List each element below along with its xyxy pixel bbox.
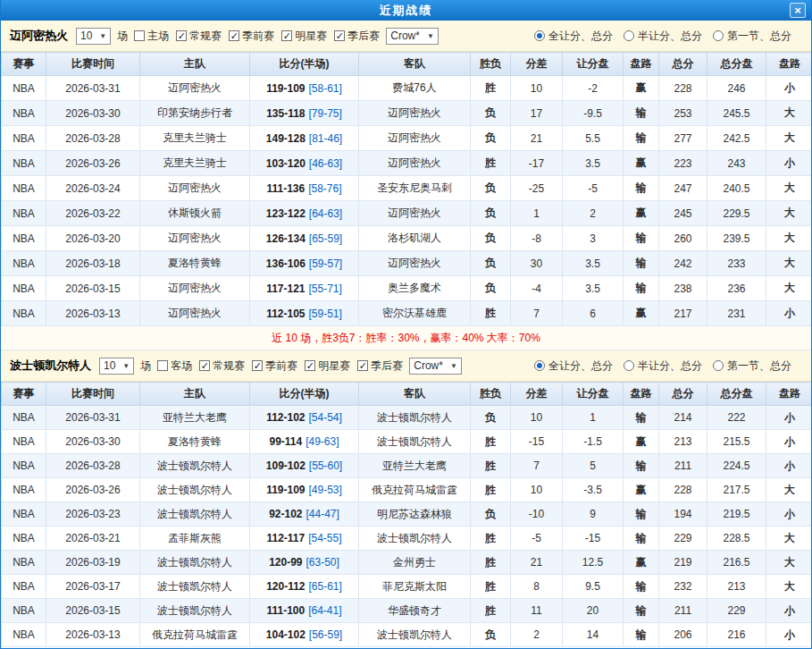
date-cell: 2026-03-26 <box>46 151 140 176</box>
filter-checkbox[interactable]: ✓季前赛 <box>229 29 274 44</box>
away-team-cell: 迈阿密热火 <box>359 151 471 176</box>
date-cell: 2026-03-18 <box>46 251 140 276</box>
date-cell: 2026-03-13 <box>46 301 140 326</box>
handicap-line-cell: 3 <box>563 226 624 251</box>
league-cell: NBA <box>2 301 46 326</box>
filter-checkbox[interactable]: ✓季后赛 <box>357 358 403 374</box>
radio-label: 第一节、总分 <box>727 358 791 374</box>
date-cell: 2026-03-22 <box>46 201 140 226</box>
checkbox-label: 主场 <box>147 29 169 44</box>
filter-checkbox[interactable]: ✓明星赛 <box>305 358 350 374</box>
game-row: NBA2026-03-30夏洛特黄蜂99-114[49-63]波士顿凯尔特人胜-… <box>2 430 812 454</box>
home-team-cell: 迈阿密热火 <box>140 301 250 326</box>
checkbox-label: 常规赛 <box>189 29 222 44</box>
half-time-score: [54-55] <box>308 532 341 544</box>
home-team-cell: 波士顿凯尔特人 <box>140 599 250 623</box>
odds-type-radio[interactable]: 第一节、总分 <box>713 358 791 374</box>
score-cell: 92-102[44-47] <box>250 502 359 527</box>
total-points-cell: 217 <box>659 301 707 326</box>
checkbox-label: 客场 <box>171 358 192 374</box>
point-diff-cell: -15 <box>511 430 563 454</box>
league-cell: NBA <box>2 76 46 101</box>
total-points-cell: 228 <box>659 76 707 101</box>
final-score: 126-134 <box>266 232 306 245</box>
game-row: NBA2026-03-23波士顿凯尔特人92-102[44-47]明尼苏达森林狼… <box>2 502 812 527</box>
point-diff-cell: 10 <box>511 76 563 101</box>
league-cell: NBA <box>2 176 46 201</box>
over-under-cell: 小 <box>766 301 812 326</box>
point-diff-cell: 7 <box>511 301 563 326</box>
league-cell: NBA <box>2 406 46 430</box>
date-cell: 2026-03-17 <box>46 575 140 599</box>
win-loss-cell: 负 <box>471 623 511 647</box>
total-points-cell: 247 <box>659 176 707 201</box>
total-line-cell: 240.5 <box>707 176 766 201</box>
date-cell: 2026-03-15 <box>46 599 140 623</box>
win-loss-cell: 胜 <box>471 599 511 623</box>
odds-type-radio[interactable]: 第一节、总分 <box>713 29 791 44</box>
games-count-select[interactable]: 10 ▼ <box>76 28 111 45</box>
handicap-line-cell: 12.5 <box>563 551 624 575</box>
odds-type-radio[interactable]: 半让分、总分 <box>624 358 702 374</box>
over-under-cell: 小 <box>766 599 812 623</box>
game-row: NBA2026-03-28克里夫兰骑士149-128[81-46]迈阿密热火负2… <box>2 126 812 151</box>
final-score: 120-112 <box>266 580 305 593</box>
bookmaker-select[interactable]: Crow* ▼ <box>386 28 439 45</box>
checkbox-label: 季前赛 <box>265 358 297 374</box>
point-diff-cell: -25 <box>511 176 563 201</box>
away-team-cell: 迈阿密热火 <box>359 126 471 151</box>
away-team-cell: 波士顿凯尔特人 <box>359 623 471 647</box>
over-under-cell: 大 <box>766 551 812 575</box>
total-points-cell: 213 <box>659 430 707 454</box>
total-line-cell: 245.5 <box>707 101 766 126</box>
filter-checkbox[interactable]: ✓季前赛 <box>252 358 297 374</box>
column-header: 总分 <box>659 53 707 76</box>
odds-type-radio[interactable]: 半让分、总分 <box>624 29 702 44</box>
team-section-heat: 迈阿密热火 10 ▼ 场 主场✓常规赛✓季前赛✓明星赛✓季后赛 Crow* ▼ … <box>1 21 811 350</box>
total-line-cell: 219.5 <box>707 502 766 527</box>
handicap-result-cell: 赢 <box>624 478 659 502</box>
close-icon[interactable]: × <box>790 3 806 18</box>
point-diff-cell: -8 <box>511 226 563 251</box>
team-section-celtics: 波士顿凯尔特人 10 ▼ 场 客场✓常规赛✓季前赛✓明星赛✓季后赛 Crow* … <box>1 350 811 647</box>
games-count-value: 10 <box>104 359 115 372</box>
page-title: 近期战绩 <box>380 3 433 19</box>
away-team-cell: 波士顿凯尔特人 <box>359 527 471 551</box>
checkbox-checked-icon: ✓ <box>334 30 345 41</box>
handicap-result-cell: 输 <box>624 126 659 151</box>
bookmaker-select[interactable]: Crow* ▼ <box>409 358 462 375</box>
handicap-line-cell: -9.5 <box>563 101 624 126</box>
home-team-cell: 波士顿凯尔特人 <box>140 551 250 575</box>
home-team-cell: 波士顿凯尔特人 <box>140 502 250 527</box>
point-diff-cell: -5 <box>511 527 563 551</box>
total-points-cell: 194 <box>659 502 707 527</box>
odds-type-radio[interactable]: 全让分、总分 <box>534 29 613 44</box>
radio-selected-icon <box>534 30 545 41</box>
filter-checkbox[interactable]: 主场 <box>134 29 169 44</box>
radio-label: 半让分、总分 <box>638 29 702 44</box>
final-score: 119-109 <box>266 484 305 496</box>
filter-checkbox[interactable]: ✓常规赛 <box>199 358 245 374</box>
league-cell: NBA <box>2 430 46 454</box>
total-points-cell: 211 <box>659 599 707 623</box>
team-name: 波士顿凯尔特人 <box>10 358 91 374</box>
point-diff-cell: 10 <box>511 478 563 502</box>
filter-checkbox[interactable]: ✓季后赛 <box>334 29 380 44</box>
checkbox-label: 季后赛 <box>347 29 380 44</box>
odds-type-radio[interactable]: 全让分、总分 <box>534 358 613 374</box>
total-line-cell: 242.5 <box>707 126 766 151</box>
point-diff-cell: -10 <box>511 502 563 527</box>
games-count-select[interactable]: 10 ▼ <box>99 358 134 375</box>
filter-checkbox[interactable]: ✓明星赛 <box>281 29 327 44</box>
filter-checkbox[interactable]: ✓常规赛 <box>176 29 222 44</box>
win-loss-cell: 胜 <box>471 151 511 176</box>
half-time-score: [59-51] <box>309 308 342 320</box>
game-row: NBA2026-03-18夏洛特黄蜂136-106[59-57]迈阿密热火负30… <box>2 251 812 276</box>
handicap-result-cell: 输 <box>624 276 659 301</box>
over-under-cell: 小 <box>766 430 812 454</box>
total-line-cell: 228.5 <box>707 527 766 551</box>
away-team-cell: 明尼苏达森林狼 <box>359 502 471 527</box>
win-loss-cell: 胜 <box>471 76 511 101</box>
filter-checkbox[interactable]: 客场 <box>157 358 192 374</box>
away-team-cell: 金州勇士 <box>359 551 471 575</box>
